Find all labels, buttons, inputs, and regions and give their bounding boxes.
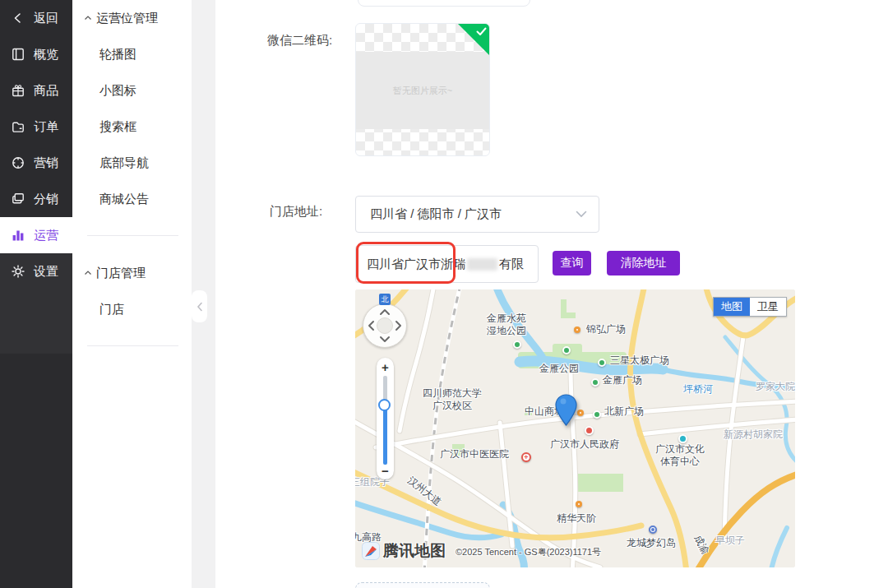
submenu-item[interactable]: 门店 — [72, 291, 192, 327]
sidebar-item-settings[interactable]: 设置 — [0, 253, 72, 289]
layers-icon — [11, 192, 25, 206]
gear-icon — [11, 264, 25, 279]
sidebar-item-overview[interactable]: 概览 — [0, 36, 72, 72]
submenu-item[interactable]: 轮播图 — [72, 36, 192, 72]
primary-sidebar: 返回 概览 商品 订单 营销 分销 运营 设置 — [0, 0, 72, 588]
sidebar-item-distribution[interactable]: 分销 — [0, 181, 72, 217]
submenu-header-label: 门店管理 — [96, 266, 146, 281]
submenu-item[interactable]: 小图标 — [72, 72, 192, 109]
sidebar-collapse-handle[interactable] — [192, 290, 207, 322]
map-poi-icon — [577, 410, 584, 416]
bar-chart-icon — [11, 228, 25, 243]
sidebar-item-label: 商品 — [34, 83, 58, 99]
map-poi-icon — [513, 340, 521, 349]
submenu-header-operation-slots[interactable]: 运营位管理 — [72, 0, 192, 36]
map-poi-icon — [598, 359, 606, 367]
map-zoom-control: + − — [377, 358, 394, 479]
sidebar-item-operations[interactable]: 运营 — [0, 217, 72, 253]
submenu-header-store-management[interactable]: 门店管理 — [72, 255, 192, 291]
clear-address-button[interactable]: 清除地址 — [607, 251, 680, 275]
chevron-left-icon — [197, 302, 203, 312]
map-poi-icon — [649, 525, 657, 534]
satellite-tab[interactable]: 卫星 — [750, 298, 786, 316]
map-poi-icon — [678, 434, 687, 443]
map-poi-icon — [576, 501, 582, 507]
sidebar-item-label: 营销 — [34, 155, 58, 171]
submenu-divider — [87, 345, 178, 346]
north-badge: 北 — [379, 294, 391, 305]
gift-icon — [11, 83, 25, 98]
tencent-map-logo-text: 腾讯地图 — [383, 540, 446, 562]
map-poi-icon — [591, 378, 599, 387]
sidebar-item-label: 分销 — [34, 192, 58, 207]
sidebar-item-orders[interactable]: 订单 — [0, 109, 72, 145]
qr-code-label: 微信二维码: — [267, 33, 332, 49]
map-poi-icon — [593, 410, 601, 419]
check-icon — [476, 27, 487, 36]
region-selected-value: 四川省 / 德阳市 / 广汉市 — [370, 206, 576, 222]
map-marker-pin[interactable] — [555, 394, 577, 427]
tencent-map[interactable]: 金雁水苑 湿地公园锦弘广场金雁公园三星太极广场金雁广场坪桥河罗家大院四川师范大学… — [355, 289, 795, 567]
target-icon — [11, 155, 25, 170]
zoom-out-button[interactable]: − — [377, 465, 394, 477]
address-search-input[interactable]: 四川省广汉市浙瑞有限 — [355, 245, 539, 283]
zoom-in-button[interactable]: + — [377, 361, 394, 373]
map-poi-icon — [521, 452, 531, 462]
sidebar-item-label: 订单 — [34, 119, 58, 135]
sidebar-item-label: 概览 — [34, 47, 58, 63]
region-cascader-select[interactable]: 四川省 / 德阳市 / 广汉市 — [355, 196, 599, 233]
collapse-caret-icon — [84, 269, 92, 277]
sidebar-item-back[interactable]: 返回 — [0, 0, 72, 36]
qr-empty-area: 暂无图片展示~ — [356, 52, 489, 129]
sidebar-item-products[interactable]: 商品 — [0, 72, 72, 109]
main-content: 微信二维码: 暂无图片展示~ 门店地址: 四川省 / 德阳市 / 广汉市 四川省… — [215, 0, 888, 588]
next-upload-box-cutoff[interactable] — [355, 582, 490, 588]
previous-field-cutoff — [358, 0, 530, 7]
map-attribution: ©2025 Tencent - GS粤(2023)1171号 — [456, 546, 601, 558]
map-poi-icon — [562, 346, 571, 354]
submenu-group-store-management: 门店 — [72, 291, 192, 327]
orders-icon — [11, 119, 25, 134]
submenu-item[interactable]: 搜索框 — [72, 109, 192, 145]
tencent-map-logo-icon — [362, 542, 380, 560]
map-pan-control[interactable] — [363, 303, 407, 348]
secondary-sidebar: 运营位管理 轮播图小图标搜索框底部导航商城公告 门店管理 门店 — [72, 0, 192, 588]
wechat-qr-upload-box[interactable]: 暂无图片展示~ — [355, 23, 490, 156]
address-input-suffix: 有限 — [499, 257, 524, 272]
sidebar-item-label: 设置 — [34, 264, 58, 280]
sidebar-item-label: 运营 — [34, 228, 58, 243]
sidebar-item-label: 返回 — [34, 11, 58, 26]
pan-center-knob[interactable] — [377, 317, 393, 334]
chevron-down-icon — [576, 211, 587, 218]
overview-icon — [11, 47, 25, 62]
sidebar-item-marketing[interactable]: 营销 — [0, 145, 72, 181]
redacted-text-blur — [467, 258, 497, 271]
query-button[interactable]: 查询 — [553, 251, 591, 275]
submenu-item[interactable]: 商城公告 — [72, 181, 192, 217]
submenu-divider — [87, 235, 178, 236]
map-poi-icon — [585, 426, 594, 435]
store-address-label: 门店地址: — [270, 204, 322, 220]
admin-app: 返回 概览 商品 订单 营销 分销 运营 设置 — [0, 0, 888, 588]
collapse-caret-icon — [84, 14, 92, 22]
address-input-prefix: 四川省广汉市浙瑞 — [367, 257, 465, 272]
zoom-track-lower[interactable] — [383, 405, 387, 465]
tencent-map-logo: 腾讯地图 — [362, 540, 446, 562]
submenu-header-label: 运营位管理 — [96, 11, 158, 26]
back-chevron-icon — [11, 11, 25, 25]
qr-empty-text: 暂无图片展示~ — [393, 85, 452, 97]
map-type-switch: 地图 卫星 — [713, 297, 787, 317]
zoom-slider-handle[interactable] — [378, 399, 391, 411]
map-poi-icon — [574, 326, 580, 333]
submenu-group-operation-slots: 轮播图小图标搜索框底部导航商城公告 — [72, 36, 192, 217]
map-tab[interactable]: 地图 — [714, 298, 750, 316]
submenu-item[interactable]: 底部导航 — [72, 145, 192, 181]
